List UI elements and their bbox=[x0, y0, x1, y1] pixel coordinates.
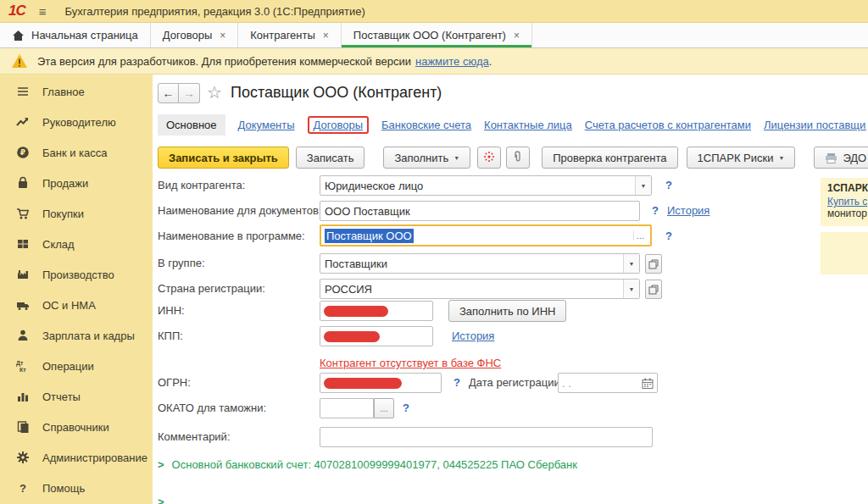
spark-risks-button[interactable]: 1СПАРК Риски ▼ bbox=[687, 147, 796, 169]
history-link[interactable]: История bbox=[667, 204, 709, 217]
nav-bankovskie-scheta[interactable]: Банковские счета bbox=[381, 119, 471, 131]
sidebar-item-sklad[interactable]: Склад bbox=[0, 229, 153, 259]
favorite-star-icon[interactable]: ☆ bbox=[207, 82, 222, 102]
main-content: ← → ☆ Поставщик ООО (Контрагент) Основно… bbox=[153, 75, 868, 504]
doc-name-input[interactable] bbox=[320, 201, 640, 221]
ogrn-input[interactable] bbox=[320, 373, 442, 393]
okato-picker-button[interactable]: ... bbox=[374, 398, 394, 418]
ellipsis-button[interactable]: ... bbox=[633, 230, 647, 241]
sidebar-item-zarplata-i-kadry[interactable]: Зарплата и кадры bbox=[0, 320, 153, 351]
fill-button[interactable]: Заполнить ▼ bbox=[383, 147, 470, 169]
attachment-button[interactable] bbox=[506, 147, 530, 169]
spark-check-icon-button[interactable] bbox=[477, 147, 501, 169]
shopping-bag-icon bbox=[14, 176, 32, 190]
check-counterparty-button[interactable]: Проверка контрагента bbox=[542, 147, 677, 169]
help-link[interactable]: ? bbox=[453, 376, 460, 389]
next-section-clipped[interactable]: > bbox=[158, 496, 172, 504]
sidebar-item-proizvodstvo[interactable]: Производство bbox=[0, 259, 153, 290]
field-label: Наименование для документов: bbox=[158, 204, 321, 217]
sidebar-item-pokupki[interactable]: Покупки bbox=[0, 198, 153, 229]
edo-doc-icon bbox=[825, 152, 837, 163]
sidebar-item-label: Банк и касса bbox=[42, 147, 108, 159]
tab-postavshchik[interactable]: Поставщик ООО (Контрагент) × bbox=[342, 23, 532, 47]
sidebar-item-prodazhi[interactable]: Продажи bbox=[0, 168, 153, 198]
edo-button[interactable]: ЭДО ▼ bbox=[814, 147, 868, 169]
chevron-down-icon: ▼ bbox=[453, 155, 459, 161]
kind-combobox: ▼ bbox=[320, 175, 652, 196]
kind-input[interactable] bbox=[320, 175, 652, 196]
main-menu-icon[interactable]: ≡ bbox=[39, 4, 47, 19]
kpp-input[interactable] bbox=[320, 326, 433, 346]
help-link[interactable]: ? bbox=[403, 402, 409, 414]
tab-home[interactable]: Начальная страница bbox=[0, 23, 151, 47]
open-item-button[interactable] bbox=[645, 280, 662, 299]
sidebar-item-label: Покупки bbox=[42, 208, 84, 220]
open-item-button[interactable] bbox=[645, 254, 662, 274]
spark-panel-secondary bbox=[821, 232, 868, 274]
sidebar-item-bank-i-kassa[interactable]: ₽ Банк и касса bbox=[0, 137, 153, 168]
close-icon[interactable]: × bbox=[323, 30, 329, 42]
sidebar-item-label: Продажи bbox=[42, 177, 88, 190]
spark-buy-link[interactable]: Купить с bbox=[827, 196, 868, 208]
bar-chart-icon bbox=[14, 390, 32, 403]
help-link[interactable]: ? bbox=[665, 230, 672, 242]
form-row-prog-name: Наименование в программе: Поставщик ООО … bbox=[158, 224, 866, 248]
nav-osnovnoe[interactable]: Основное bbox=[158, 114, 225, 136]
country-input[interactable] bbox=[320, 279, 640, 299]
chevron-right-icon: > bbox=[158, 458, 164, 471]
sidebar-item-otchety[interactable]: Отчеты bbox=[0, 381, 153, 412]
sidebar-item-os-i-nma[interactable]: ОС и НМА bbox=[0, 290, 153, 320]
chevron-down-icon[interactable]: ▼ bbox=[623, 280, 639, 298]
field-label: Комментарий: bbox=[158, 430, 231, 443]
tab-kontragenty[interactable]: Контрагенты × bbox=[238, 23, 342, 47]
sidebar-item-glavnoe[interactable]: Главное bbox=[0, 76, 153, 107]
close-icon[interactable]: × bbox=[220, 30, 225, 42]
nav-dogovory[interactable]: Договоры bbox=[308, 116, 369, 134]
nav-litsenzii[interactable]: Лицензии поставщиков ал bbox=[764, 119, 866, 131]
nav-scheta-raschetov[interactable]: Счета расчетов с контрагентами bbox=[585, 119, 751, 131]
field-label: КПП: bbox=[158, 330, 183, 342]
prog-name-input[interactable]: Поставщик ООО ... bbox=[320, 224, 652, 246]
help-link[interactable]: ? bbox=[665, 179, 672, 191]
bank-account-section[interactable]: > Основной банковский счет: 407028100999… bbox=[158, 458, 577, 471]
buy-version-link[interactable]: нажмите сюда bbox=[415, 55, 489, 68]
spark-panel: 1СПАРК Купить с монитор bbox=[821, 178, 868, 226]
sidebar-item-label: Администрирование bbox=[42, 451, 147, 464]
fns-warning-link[interactable]: Контрагент отсутствует в базе ФНС bbox=[320, 357, 501, 369]
chevron-down-icon[interactable]: ▼ bbox=[635, 176, 651, 195]
help-link[interactable]: ? bbox=[652, 204, 659, 217]
sidebar-item-label: Справочники bbox=[42, 421, 109, 434]
sidebar-item-operatsii[interactable]: ДтКт Операции bbox=[0, 351, 153, 381]
nav-dokumenty[interactable]: Документы bbox=[238, 119, 295, 131]
question-icon: ? bbox=[14, 482, 32, 495]
field-label: ОКАТО для таможни: bbox=[158, 402, 266, 414]
close-icon[interactable]: × bbox=[514, 30, 520, 42]
fill-by-inn-button[interactable]: Заполнить по ИНН bbox=[448, 300, 566, 322]
chevron-down-icon[interactable]: ▼ bbox=[623, 254, 639, 273]
tab-label: Начальная страница bbox=[31, 29, 138, 42]
comment-input[interactable] bbox=[320, 427, 653, 447]
back-button[interactable]: ← bbox=[158, 83, 179, 103]
factory-icon bbox=[14, 268, 32, 281]
save-and-close-button[interactable]: Записать и закрыть bbox=[158, 147, 289, 169]
history-link[interactable]: История bbox=[452, 330, 494, 342]
sidebar-item-administrirovanie[interactable]: Администрирование bbox=[0, 442, 153, 473]
tab-dogovory[interactable]: Договоры × bbox=[151, 23, 238, 47]
field-label: Наименование в программе: bbox=[158, 230, 305, 242]
group-input[interactable] bbox=[320, 253, 640, 274]
calendar-icon[interactable] bbox=[642, 378, 654, 389]
save-button[interactable]: Записать bbox=[296, 147, 365, 169]
sidebar-item-spravochniki[interactable]: Справочники bbox=[0, 412, 153, 442]
truck-icon bbox=[14, 298, 32, 312]
forward-button[interactable]: → bbox=[179, 83, 200, 103]
sidebar-item-rukovoditelyu[interactable]: Руководителю bbox=[0, 107, 153, 137]
inn-input[interactable] bbox=[320, 301, 433, 321]
spark-panel-text: монитор bbox=[827, 208, 868, 219]
button-label: Заполнить bbox=[394, 152, 448, 164]
warning-icon bbox=[11, 53, 28, 69]
grid-icon bbox=[14, 237, 32, 251]
sidebar-item-pomoshch[interactable]: ? Помощь bbox=[0, 473, 153, 503]
okato-input[interactable] bbox=[320, 398, 374, 418]
nav-kontaktnye-litsa[interactable]: Контактные лица bbox=[484, 119, 572, 131]
registration-date-input[interactable]: . . bbox=[558, 373, 658, 393]
